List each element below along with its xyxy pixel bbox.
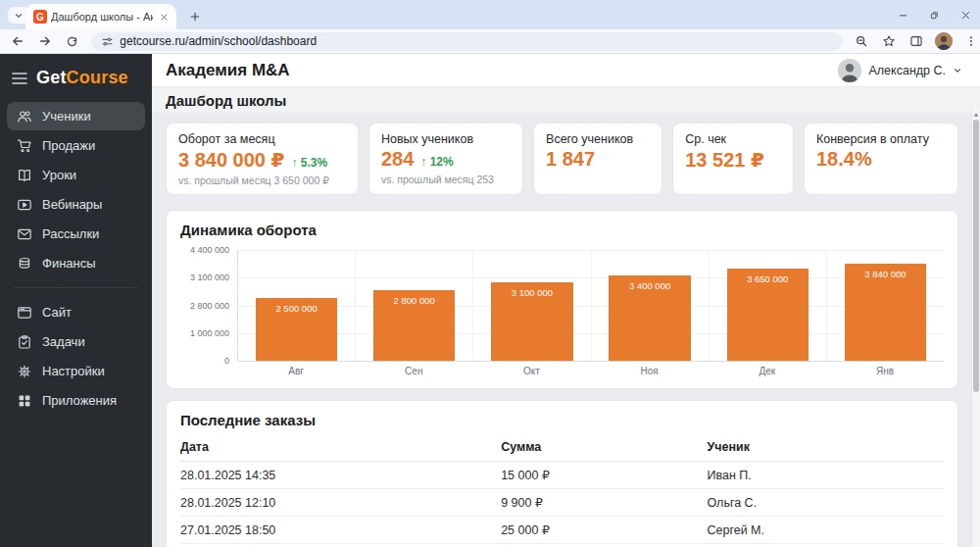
stat-label: Новых учеников <box>381 132 511 146</box>
chevron-down-icon <box>14 11 24 21</box>
sidebar-item-book[interactable]: Уроки <box>7 161 145 189</box>
plus-icon <box>189 11 201 23</box>
page-title: Дашборд школы <box>166 92 286 109</box>
table-cell: 25 000 ₽ <box>501 517 707 544</box>
table-row[interactable]: 27.01.2025 18:5025 000 ₽Сергей М. <box>180 517 944 544</box>
browser-profile-avatar[interactable] <box>935 32 953 50</box>
sidebar-item-label: Рассылки <box>42 226 99 241</box>
stats-row: Оборот за месяц3 840 000 ₽↑ 5.3%vs. прош… <box>166 123 958 195</box>
getcourse-favicon-icon: G <box>33 10 47 24</box>
sidebar-item-label: Настройки <box>42 364 105 378</box>
stat-value: 284 <box>381 148 414 171</box>
chart-column: 3 100 000 <box>473 250 591 361</box>
window-controls <box>896 0 972 29</box>
new-tab-button[interactable] <box>186 8 204 25</box>
chart-bar: 3 400 000 <box>609 275 690 361</box>
chart-bar: 3 650 000 <box>727 269 808 361</box>
table-cell: Анна К. <box>708 544 945 547</box>
bar-value-label: 3 650 000 <box>747 274 788 361</box>
scrollbar-up-arrow[interactable]: ▲ <box>972 109 980 119</box>
window-minimize-button[interactable] <box>896 8 909 22</box>
sidebar-item-coins[interactable]: Финансы <box>7 249 145 277</box>
y-tick-label: 0 <box>224 356 229 366</box>
stat-label: Всего учеников <box>546 132 650 146</box>
table-cell: 27.01.2025 18:50 <box>180 517 501 544</box>
table-row[interactable]: 28.01.2025 12:109 900 ₽Ольга С. <box>180 489 944 517</box>
table-cell: 15 000 ₽ <box>501 462 707 489</box>
table-row[interactable]: 28.01.2025 14:3515 000 ₽Иван П. <box>180 462 944 489</box>
user-menu[interactable]: Александр С. <box>838 59 962 82</box>
sidebar-item-cart[interactable]: Продажи <box>7 131 145 160</box>
x-tick-label: Ноя <box>591 366 709 376</box>
bar-value-label: 2 500 000 <box>275 303 317 361</box>
bookmark-button[interactable] <box>880 32 898 50</box>
sidebar-item-gear[interactable]: Настройки <box>7 357 145 385</box>
stat-card: Конверсия в оплату18.4% <box>804 123 958 195</box>
browser-tab[interactable]: G Дашборд школы - Академия М <box>25 4 176 29</box>
table-cell: Ольга С. <box>708 489 945 517</box>
x-tick-label: Дек <box>709 366 826 376</box>
sidebar-item-label: Ученики <box>42 109 91 124</box>
orders-column-header: Ученик <box>708 435 945 462</box>
sidebar-item-label: Приложения <box>42 393 117 408</box>
stat-delta: ↑ 5.3% <box>291 156 327 170</box>
chart-x-axis: АвгСенОктНояДекЯнв <box>237 366 944 376</box>
y-tick-label: 1 000 000 <box>190 328 229 338</box>
chart-bar: 3 840 000 <box>845 264 926 361</box>
stat-card: Оборот за месяц3 840 000 ₽↑ 5.3%vs. прош… <box>166 123 359 195</box>
browser-menu-button[interactable] <box>962 32 980 50</box>
sidebar-item-label: Продажи <box>42 138 95 153</box>
tab-close-icon[interactable] <box>157 10 171 24</box>
sidebar-item-video[interactable]: Вебинары <box>7 190 145 219</box>
sidebar-item-label: Уроки <box>42 168 76 182</box>
main-area: Академия M&A Александр С. Дашборд школы … <box>152 54 980 547</box>
stat-value: 1 847 <box>546 148 595 171</box>
sidebar-item-apps[interactable]: Приложения <box>7 386 145 415</box>
zoom-button[interactable] <box>853 32 870 50</box>
coins-icon <box>17 256 32 272</box>
table-cell: 15 000 ₽ <box>501 544 707 547</box>
bar-chart: 4 400 0003 100 0002 800 0001 000 0000 2 … <box>180 250 944 361</box>
cart-icon <box>17 138 32 154</box>
school-title: Академия M&A <box>166 61 290 80</box>
getcourse-logo[interactable]: GetCourse <box>36 68 128 88</box>
window-restore-button[interactable] <box>927 8 941 22</box>
tab-title: Дашборд школы - Академия М <box>51 11 153 23</box>
user-avatar <box>838 59 861 82</box>
sidebar-item-label: Финансы <box>42 256 96 271</box>
chart-column: 2 800 000 <box>356 250 473 361</box>
orders-panel: Последние заказы ДатаСуммаУченик 28.01.2… <box>166 400 958 547</box>
side-panel-button[interactable] <box>907 32 925 50</box>
sidebar: GetCourse УченикиПродажиУрокиВебинарыРас… <box>0 54 152 547</box>
bar-value-label: 3 840 000 <box>864 269 906 361</box>
stat-label: Ср. чек <box>685 132 781 146</box>
table-cell: Сергей М. <box>708 517 945 544</box>
x-tick-label: Авг <box>237 366 355 376</box>
back-button[interactable] <box>8 31 27 51</box>
sidebar-item-site[interactable]: Сайт <box>7 298 145 326</box>
site-icon <box>17 305 32 321</box>
hamburger-menu-icon[interactable] <box>12 72 27 85</box>
magnifier-icon <box>855 34 868 48</box>
chart-column: 3 650 000 <box>710 250 827 361</box>
sidebar-item-tasks[interactable]: Задачи <box>7 327 145 356</box>
video-icon <box>17 197 32 213</box>
sidebar-nav-main: УченикиПродажиУрокиВебинарыРассылкиФинан… <box>0 102 152 277</box>
reload-button[interactable] <box>63 31 82 51</box>
orders-title: Последние заказы <box>180 412 944 428</box>
address-bar[interactable]: getcourse.ru/admin/school/dashboard <box>91 32 843 51</box>
page-scrollbar[interactable]: ▲ ▼ <box>971 108 980 547</box>
sidebar-item-label: Вебинары <box>42 197 102 212</box>
orders-column-header: Сумма <box>501 435 707 462</box>
forward-button[interactable] <box>35 31 55 51</box>
three-dots-icon <box>965 35 977 47</box>
sidebar-divider <box>14 287 138 288</box>
x-tick-label: Окт <box>472 366 590 376</box>
sidebar-item-mail[interactable]: Рассылки <box>7 220 145 248</box>
sidebar-item-users[interactable]: Ученики <box>7 102 145 130</box>
url-text: getcourse.ru/admin/school/dashboard <box>120 34 317 48</box>
window-close-button[interactable] <box>958 8 972 22</box>
table-row[interactable]: 27.01.2025 10:2515 000 ₽Анна К. <box>180 544 944 547</box>
chart-column: 2 500 000 <box>238 250 356 361</box>
scrollbar-thumb[interactable] <box>973 120 979 392</box>
